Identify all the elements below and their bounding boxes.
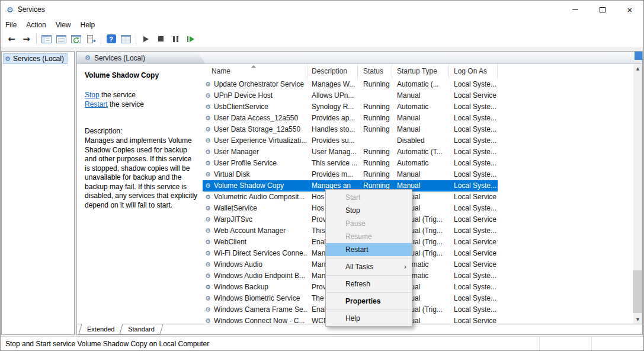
table-row[interactable]: ⚙User ManagerUser Manag...RunningAutomat… bbox=[203, 146, 498, 158]
vertical-scrollbar[interactable]: ▲ ▼ bbox=[633, 64, 642, 324]
export-list-button[interactable] bbox=[54, 32, 69, 46]
cell-log-on-as: Local Service bbox=[449, 315, 498, 324]
scroll-down-arrow-icon[interactable]: ▼ bbox=[633, 315, 642, 324]
service-gear-icon: ⚙ bbox=[205, 135, 214, 146]
back-button[interactable]: ← bbox=[4, 32, 19, 46]
menu-item-pause: Pause bbox=[326, 217, 412, 230]
cell-name: ⚙User Data Storage_12a550 bbox=[203, 124, 307, 135]
column-header-description[interactable]: Description bbox=[307, 64, 358, 79]
table-row[interactable]: ⚙Virtual DiskProvides m...RunningManualL… bbox=[203, 169, 498, 180]
table-row[interactable]: ⚙User Profile ServiceThis service ...Run… bbox=[203, 158, 498, 169]
table-row[interactable]: ⚙User Data Access_12a550Provides ap...Ru… bbox=[203, 113, 498, 124]
refresh-icon bbox=[71, 35, 81, 43]
cell-name: ⚙User Profile Service bbox=[203, 158, 307, 169]
export-file-button[interactable] bbox=[84, 32, 98, 46]
column-header-startup-type[interactable]: Startup Type bbox=[392, 64, 449, 79]
cell-log-on-as: Local Syste... bbox=[449, 135, 498, 146]
cell-description: Manages W... bbox=[307, 79, 358, 90]
service-gear-icon: ⚙ bbox=[205, 237, 214, 248]
menu-item-help[interactable]: Help bbox=[326, 312, 412, 325]
sort-ascending-icon bbox=[251, 65, 256, 68]
close-button[interactable]: × bbox=[616, 1, 643, 18]
table-row[interactable]: ⚙User Experience Virtualizati...Provides… bbox=[203, 135, 498, 146]
restart-service-button[interactable] bbox=[183, 32, 198, 46]
service-gear-icon: ⚙ bbox=[205, 101, 214, 113]
cell-name: ⚙Windows Audio bbox=[203, 259, 307, 270]
menu-item-stop[interactable]: Stop bbox=[326, 204, 412, 217]
cell-log-on-as: Local Syste... bbox=[449, 225, 498, 237]
cell-log-on-as: Local Syste... bbox=[449, 146, 498, 158]
context-menu: StartStopPauseResumeRestartAll Tasks›Ref… bbox=[325, 189, 412, 327]
menu-file[interactable]: File bbox=[1, 18, 21, 31]
service-gear-icon: ⚙ bbox=[205, 214, 214, 225]
refresh-button[interactable] bbox=[69, 32, 84, 46]
cell-name: ⚙User Data Access_12a550 bbox=[203, 113, 307, 124]
service-list-pane: Name Description Status Startup Type Log… bbox=[203, 64, 642, 324]
column-header-status[interactable]: Status bbox=[358, 64, 392, 79]
tab-standard[interactable]: Standard bbox=[120, 324, 164, 334]
properties-icon bbox=[121, 35, 131, 43]
maximize-button[interactable] bbox=[589, 1, 616, 18]
table-row[interactable]: ⚙UPnP Device HostAllows UPn...ManualLoca… bbox=[203, 90, 498, 101]
cell-name: ⚙WarpJITSvc bbox=[203, 214, 307, 225]
cell-startup-type: Automatic (... bbox=[392, 79, 449, 90]
service-gear-icon: ⚙ bbox=[205, 248, 214, 259]
menu-bar: File Action View Help bbox=[1, 18, 643, 31]
help-button[interactable]: ? bbox=[104, 32, 118, 46]
services-app-icon: ⚙ bbox=[7, 5, 14, 14]
menu-item-all-tasks[interactable]: All Tasks› bbox=[326, 260, 412, 273]
menu-view[interactable]: View bbox=[51, 18, 76, 31]
cell-name: ⚙Windows Camera Frame Se... bbox=[203, 304, 307, 315]
cell-startup-type: Manual bbox=[392, 113, 449, 124]
start-service-button[interactable] bbox=[139, 32, 153, 46]
cell-startup-type: Manual bbox=[392, 169, 449, 180]
cell-startup-type: Disabled bbox=[392, 135, 449, 146]
cell-startup-type: Manual bbox=[392, 124, 449, 135]
restart-link-suffix: the service bbox=[108, 100, 144, 109]
column-header-log-on-as[interactable]: Log On As bbox=[449, 64, 498, 79]
description-label: Description: bbox=[85, 127, 197, 135]
menu-action[interactable]: Action bbox=[21, 18, 50, 31]
cell-log-on-as: Local Syste... bbox=[449, 158, 498, 169]
column-header-name[interactable]: Name bbox=[203, 64, 307, 79]
export-list-icon bbox=[56, 35, 66, 43]
scrollbar-thumb[interactable] bbox=[633, 270, 642, 313]
cell-name: ⚙Windows Audio Endpoint B... bbox=[203, 270, 307, 282]
table-row[interactable]: ⚙UsbClientServiceSynology R...RunningAut… bbox=[203, 101, 498, 113]
show-console-tree-button[interactable] bbox=[39, 32, 54, 46]
table-row[interactable]: ⚙User Data Storage_12a550Handles sto...R… bbox=[203, 124, 498, 135]
menu-item-restart[interactable]: Restart bbox=[326, 243, 412, 256]
status-bar: Stop and Start service Volume Shadow Cop… bbox=[1, 336, 643, 350]
pause-service-icon bbox=[173, 36, 178, 42]
cell-status: Running bbox=[358, 158, 392, 169]
toolbar: ← → ? bbox=[1, 31, 643, 47]
tab-extended[interactable]: Extended bbox=[78, 324, 123, 334]
close-icon: × bbox=[627, 5, 633, 14]
menu-item-refresh[interactable]: Refresh bbox=[326, 277, 412, 291]
forward-button[interactable]: → bbox=[19, 32, 34, 46]
pause-service-button[interactable] bbox=[168, 32, 183, 46]
scroll-up-arrow-icon[interactable]: ▲ bbox=[633, 64, 642, 73]
menu-help[interactable]: Help bbox=[76, 18, 100, 31]
cell-log-on-as: Local Syste... bbox=[449, 270, 498, 282]
menu-item-properties[interactable]: Properties bbox=[326, 295, 412, 308]
tree-item-services-local[interactable]: ⚙ Services (Local) bbox=[3, 53, 68, 64]
cell-log-on-as: Local Syste... bbox=[449, 124, 498, 135]
stop-service-button[interactable] bbox=[153, 32, 168, 46]
stop-service-link[interactable]: Stop bbox=[85, 91, 100, 99]
cell-description: Provides m... bbox=[307, 169, 358, 180]
toolbar-separator bbox=[101, 34, 101, 44]
minimize-button[interactable] bbox=[562, 1, 589, 18]
window-title: Services bbox=[18, 5, 45, 14]
export-file-icon bbox=[86, 35, 96, 43]
cell-log-on-as: Local Syste... bbox=[449, 113, 498, 124]
properties-button[interactable] bbox=[118, 32, 133, 46]
table-row[interactable]: ⚙Update Orchestrator ServiceManages W...… bbox=[203, 79, 498, 90]
restart-service-icon bbox=[187, 36, 194, 42]
menu-item-resume: Resume bbox=[326, 230, 412, 243]
cell-description: Synology R... bbox=[307, 101, 358, 113]
status-bar-pane bbox=[539, 337, 591, 350]
service-gear-icon: ⚙ bbox=[205, 169, 214, 180]
cell-status bbox=[358, 135, 392, 146]
restart-service-link[interactable]: Restart bbox=[85, 100, 108, 109]
